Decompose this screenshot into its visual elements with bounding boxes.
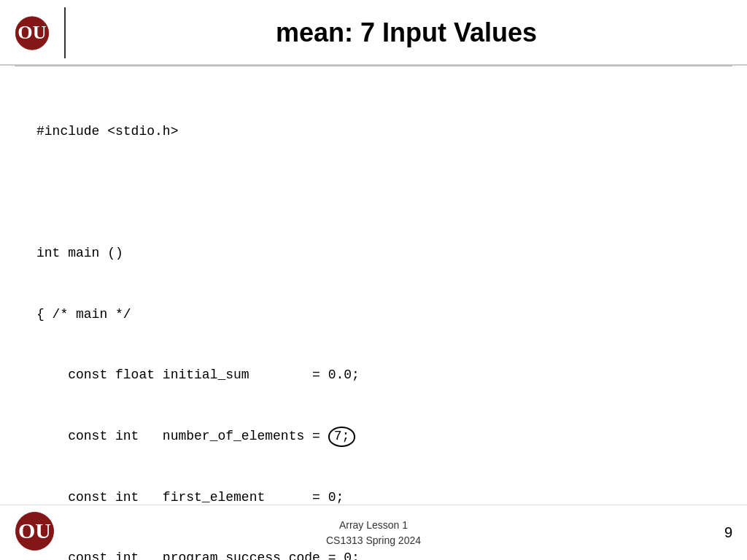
code-line-5: const int number_of_elements = 7; (36, 427, 711, 447)
footer-line1: Array Lesson 1 (326, 518, 421, 533)
footer-logo-area: OU (15, 511, 55, 554)
footer-ou-logo-icon: OU (15, 511, 55, 551)
ou-logo-icon: OU (15, 13, 50, 53)
code-block: #include <stdio.h> int main () { /* main… (36, 81, 711, 560)
code-line-2: int main () (36, 244, 711, 264)
slide-header: OU mean: 7 Input Values (0, 0, 747, 66)
code-line-blank1 (36, 182, 711, 203)
highlighted-value: 7; (328, 427, 356, 447)
svg-text:OU: OU (18, 22, 46, 43)
footer-center: Array Lesson 1 CS1313 Spring 2024 (326, 518, 421, 548)
footer-line2: CS1313 Spring 2024 (326, 533, 421, 548)
logo-area: OU (15, 7, 66, 58)
page-number: 9 (692, 524, 732, 541)
code-line-4: const float initial_sum = 0.0; (36, 365, 711, 386)
code-line-3: { /* main */ (36, 305, 711, 325)
slide-footer: OU Array Lesson 1 CS1313 Spring 2024 9 (0, 505, 747, 560)
svg-text:OU: OU (18, 518, 51, 542)
main-content: #include <stdio.h> int main () { /* main… (0, 66, 747, 560)
code-line-1: #include <stdio.h> (36, 122, 711, 142)
slide-title: mean: 7 Input Values (276, 18, 537, 47)
title-area: mean: 7 Input Values (80, 18, 732, 48)
